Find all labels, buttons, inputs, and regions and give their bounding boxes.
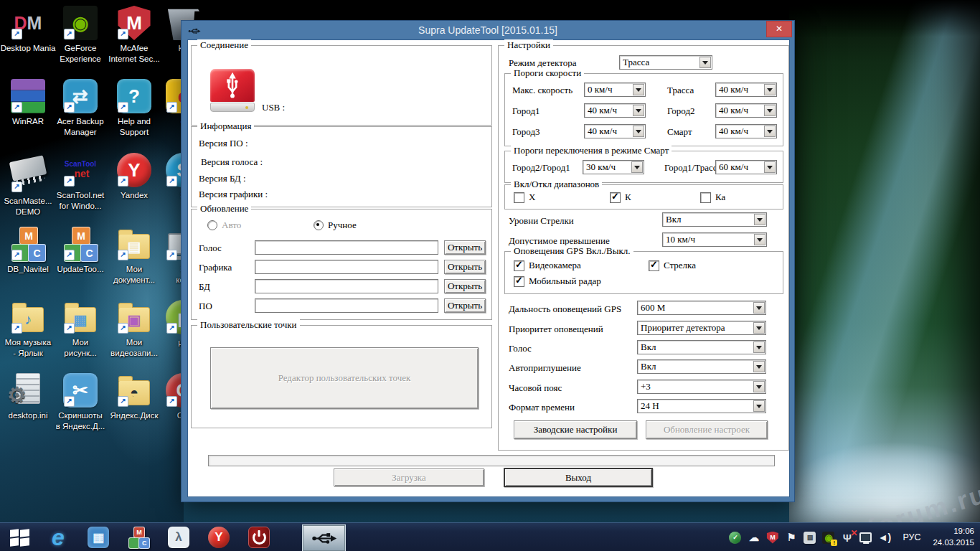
taskbar-dice-translator-icon[interactable]: λ <box>168 527 189 548</box>
open-fw-button[interactable]: Открыть <box>444 298 486 313</box>
gps-range-select[interactable]: 600 М <box>637 301 766 315</box>
chevron-down-icon[interactable] <box>764 84 776 95</box>
strelka-levels-select[interactable]: Вкл <box>662 212 767 227</box>
desktop-icon-updatetool[interactable]: MC↗UpdateToo... <box>52 227 108 275</box>
update-settings-button[interactable]: Обновление настроек <box>646 420 768 439</box>
g2g1-select[interactable]: 30 км/ч <box>583 160 644 174</box>
chevron-down-icon[interactable] <box>753 322 765 334</box>
desktop-icon-desktop-ini[interactable]: ⚙desktop.ini <box>0 373 56 421</box>
chevron-down-icon[interactable] <box>753 400 765 412</box>
titlebar[interactable]: Supra UpdateTool [2015.01.15] ✕ <box>182 21 794 39</box>
chevron-down-icon[interactable] <box>753 381 765 392</box>
tray-action-center-flag-icon[interactable]: ⚑ <box>785 532 797 544</box>
band-x-label: X <box>529 192 535 203</box>
db-file-input[interactable] <box>255 279 438 293</box>
allowed-excess-select[interactable]: 10 км/ч <box>662 232 767 247</box>
factory-settings-button[interactable]: Заводские настройки <box>514 420 637 439</box>
taskbar-clock[interactable]: 19:06 24.03.2015 <box>933 526 976 548</box>
taskbar-power-off-app-icon[interactable] <box>248 527 270 548</box>
detector-mode-select[interactable]: Трасса <box>619 55 712 70</box>
open-graphics-button[interactable]: Открыть <box>444 260 486 274</box>
desktop-icon-scanmaster-demo[interactable]: ↗ScanMaste... DEMO <box>0 153 56 217</box>
taskbar-mfc-app-icon[interactable]: MC <box>128 527 149 548</box>
close-button[interactable]: ✕ <box>766 21 792 37</box>
gorod2-select[interactable]: 40 км/ч <box>715 103 777 118</box>
desktop-icon-my-documents[interactable]: ▤↗Мои документ... <box>106 227 162 285</box>
alert-priority-select[interactable]: Приоритет детектора <box>637 321 766 335</box>
desktop-icon-desktop-mania[interactable]: DM↗Desktop Mania <box>0 6 56 54</box>
trassa-select[interactable]: 40 км/ч <box>715 83 777 97</box>
radio-manual[interactable]: Ручное <box>314 220 357 231</box>
desktop-icon-winrar[interactable]: ↗WinRAR <box>0 79 56 127</box>
desktop-icon-geforce-experience[interactable]: ◉↗GeForce Experience <box>52 6 108 64</box>
desktop-icon-mcafee-internet-security[interactable]: M↗McAfee Internet Sec... <box>106 6 162 64</box>
fw-file-input[interactable] <box>255 298 438 313</box>
desktop-icon-db-navitel[interactable]: MC↗DB_Navitel <box>0 227 56 275</box>
strelka-checkbox[interactable]: Стрелка <box>649 260 696 271</box>
tray-network-display-icon[interactable] <box>859 532 872 544</box>
graphics-file-input[interactable] <box>255 260 438 274</box>
open-voice-button[interactable]: Открыть <box>444 240 486 255</box>
taskbar-active-usb-app[interactable] <box>302 524 346 551</box>
chevron-down-icon[interactable] <box>753 342 765 353</box>
tray-volume-icon[interactable]: ◄) <box>878 532 890 544</box>
chevron-down-icon[interactable] <box>631 161 643 173</box>
progress-bar <box>208 455 775 466</box>
chevron-down-icon[interactable] <box>699 57 711 68</box>
taskbar-yandex-browser-icon[interactable]: Y <box>208 527 230 548</box>
shortcut-arrow-icon: ↗ <box>64 29 75 39</box>
videocam-checkbox[interactable]: Видеокамера <box>514 260 581 271</box>
tray-task-list-icon[interactable]: ▤ <box>804 532 816 544</box>
start-button[interactable] <box>10 529 29 546</box>
desktop-icon-label: Яндекс.Диск <box>106 410 162 421</box>
gorod3-select[interactable]: 40 км/ч <box>584 124 646 138</box>
desktop-icon-my-pictures[interactable]: ▦↗Мои рисунк... <box>52 300 108 358</box>
timezone-select[interactable]: +3 <box>637 380 766 394</box>
chevron-down-icon[interactable] <box>753 361 765 372</box>
chevron-down-icon[interactable] <box>764 161 776 173</box>
taskbar-display-settings-icon[interactable]: ▦ <box>88 527 109 548</box>
chevron-down-icon[interactable] <box>754 234 765 245</box>
taskbar-internet-explorer-icon[interactable]: e <box>47 527 69 548</box>
auto-mute-select[interactable]: Вкл <box>637 359 766 374</box>
tray-nvidia-warning-icon[interactable]: ◉! <box>822 532 834 544</box>
desktop-icon-scantool-net[interactable]: ScanTool.net↗ScanTool.net for Windo... <box>52 153 108 211</box>
mobile-radar-checkbox[interactable]: Мобильный радар <box>514 276 601 287</box>
user-points-editor-button[interactable]: Редактор пользовательских точек <box>210 347 479 409</box>
tray-onedrive-cloud-icon[interactable]: ☁ <box>748 532 760 544</box>
desktop-icon-yandex[interactable]: Y↗Yandex <box>106 153 162 201</box>
voice-toggle-select[interactable]: Вкл <box>637 340 766 354</box>
desktop-icon-my-videos[interactable]: ▣↗Мои видеозапи... <box>106 300 162 358</box>
band-x-checkbox[interactable]: X <box>514 192 535 203</box>
load-button[interactable]: Загрузка <box>334 468 484 486</box>
smart-select[interactable]: 40 км/ч <box>715 124 777 138</box>
window-client-area: Соединение <box>187 39 790 497</box>
chevron-down-icon[interactable] <box>764 126 776 137</box>
chevron-down-icon[interactable] <box>633 105 644 116</box>
tray-safely-remove-ok-icon[interactable]: ✓ <box>729 532 741 544</box>
chevron-down-icon[interactable] <box>754 214 765 225</box>
tray-mcafee-tray-icon[interactable]: M <box>766 532 778 544</box>
chevron-down-icon[interactable] <box>633 84 644 95</box>
chevron-down-icon[interactable] <box>753 302 765 314</box>
g1trassa-select[interactable]: 60 км/ч <box>715 160 777 174</box>
chevron-down-icon[interactable] <box>633 126 644 137</box>
shortcut-arrow-icon: ↗ <box>166 396 177 407</box>
open-db-button[interactable]: Открыть <box>444 279 486 293</box>
desktop-icon-my-music[interactable]: ♪↗Моя музыка - Ярлык <box>0 300 56 358</box>
exit-button[interactable]: Выход <box>504 468 653 487</box>
tray-usb-disconnected-icon[interactable]: Ψ✕ <box>841 532 853 544</box>
voice-file-input[interactable] <box>255 240 438 255</box>
max-speed-select[interactable]: 0 км/ч <box>584 83 646 97</box>
gorod1-select[interactable]: 40 км/ч <box>584 103 646 118</box>
radio-auto[interactable]: Авто <box>207 220 241 231</box>
time-format-select[interactable]: 24 H <box>637 399 766 413</box>
language-indicator[interactable]: РУС <box>897 532 926 542</box>
chevron-down-icon[interactable] <box>764 105 776 116</box>
desktop-icon-acer-backup-manager[interactable]: ⇄↗Acer Backup Manager <box>52 79 108 137</box>
desktop-icon-help-and-support[interactable]: ?↗Help and Support <box>106 79 162 137</box>
desktop-icon-yandex-screenshots[interactable]: ✂↗Скриншоты в Яндекс.Д... <box>52 373 108 431</box>
band-k-checkbox[interactable]: К <box>610 192 631 203</box>
desktop-icon-yandex-disk[interactable]: ◓↗Яндекс.Диск <box>106 373 162 421</box>
band-ka-checkbox[interactable]: Ка <box>700 192 725 203</box>
